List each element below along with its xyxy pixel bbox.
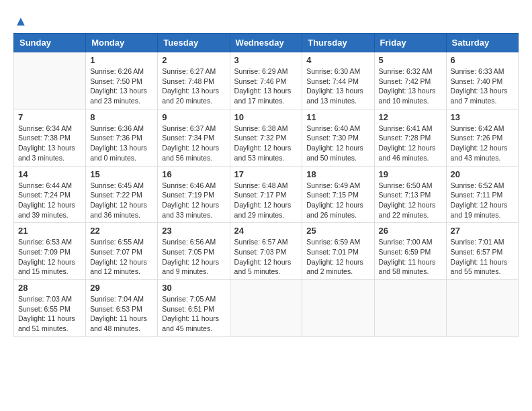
- calendar-cell: 27Sunrise: 7:01 AM Sunset: 6:57 PM Dayli…: [446, 223, 518, 280]
- day-number: 18: [306, 169, 369, 179]
- day-number: 8: [90, 112, 153, 122]
- day-info: Sunrise: 6:53 AM Sunset: 7:09 PM Dayligh…: [18, 237, 81, 277]
- day-info: Sunrise: 6:40 AM Sunset: 7:30 PM Dayligh…: [306, 124, 369, 163]
- day-info: Sunrise: 6:49 AM Sunset: 7:15 PM Dayligh…: [306, 181, 369, 220]
- calendar-week-2: 7Sunrise: 6:34 AM Sunset: 7:38 PM Daylig…: [14, 109, 519, 166]
- day-number: 23: [162, 226, 225, 236]
- day-info: Sunrise: 6:34 AM Sunset: 7:38 PM Dayligh…: [18, 124, 81, 163]
- day-info: Sunrise: 6:37 AM Sunset: 7:34 PM Dayligh…: [162, 124, 225, 163]
- calendar-cell: [230, 280, 302, 337]
- calendar-cell: 11Sunrise: 6:40 AM Sunset: 7:30 PM Dayli…: [302, 109, 374, 166]
- day-number: 2: [162, 55, 225, 65]
- day-number: 13: [451, 112, 514, 122]
- day-info: Sunrise: 6:32 AM Sunset: 7:42 PM Dayligh…: [379, 66, 442, 106]
- day-number: 5: [379, 55, 442, 65]
- day-number: 21: [18, 226, 81, 236]
- day-info: Sunrise: 6:44 AM Sunset: 7:24 PM Dayligh…: [18, 181, 81, 220]
- calendar-cell: 5Sunrise: 6:32 AM Sunset: 7:42 PM Daylig…: [374, 52, 446, 109]
- day-info: Sunrise: 6:42 AM Sunset: 7:26 PM Dayligh…: [451, 124, 514, 163]
- page-header: ▲: [13, 13, 519, 26]
- day-info: Sunrise: 6:48 AM Sunset: 7:17 PM Dayligh…: [234, 181, 298, 220]
- calendar-cell: 30Sunrise: 7:05 AM Sunset: 6:51 PM Dayli…: [158, 280, 230, 337]
- day-number: 7: [18, 112, 81, 122]
- day-number: 10: [234, 112, 298, 122]
- day-info: Sunrise: 6:56 AM Sunset: 7:05 PM Dayligh…: [162, 237, 225, 277]
- day-number: 12: [379, 112, 442, 122]
- day-info: Sunrise: 6:57 AM Sunset: 7:03 PM Dayligh…: [234, 237, 298, 277]
- day-number: 3: [234, 55, 298, 65]
- calendar-cell: 12Sunrise: 6:41 AM Sunset: 7:28 PM Dayli…: [374, 109, 446, 166]
- day-number: 29: [90, 283, 153, 293]
- day-info: Sunrise: 6:52 AM Sunset: 7:11 PM Dayligh…: [451, 181, 514, 220]
- calendar-cell: [302, 280, 374, 337]
- calendar-cell: [374, 280, 446, 337]
- calendar-table: SundayMondayTuesdayWednesdayThursdayFrid…: [13, 33, 519, 337]
- day-info: Sunrise: 6:45 AM Sunset: 7:22 PM Dayligh…: [90, 181, 153, 220]
- day-number: 11: [306, 112, 369, 122]
- day-info: Sunrise: 7:01 AM Sunset: 6:57 PM Dayligh…: [451, 237, 514, 277]
- day-number: 16: [162, 169, 225, 179]
- calendar-cell: [14, 52, 86, 109]
- day-info: Sunrise: 6:38 AM Sunset: 7:32 PM Dayligh…: [234, 124, 298, 163]
- day-number: 28: [18, 283, 81, 293]
- calendar-cell: 29Sunrise: 7:04 AM Sunset: 6:53 PM Dayli…: [86, 280, 158, 337]
- calendar-cell: 4Sunrise: 6:30 AM Sunset: 7:44 PM Daylig…: [302, 52, 374, 109]
- day-number: 22: [90, 226, 153, 236]
- calendar-cell: 24Sunrise: 6:57 AM Sunset: 7:03 PM Dayli…: [230, 223, 302, 280]
- day-info: Sunrise: 7:03 AM Sunset: 6:55 PM Dayligh…: [18, 294, 81, 334]
- day-info: Sunrise: 6:26 AM Sunset: 7:50 PM Dayligh…: [90, 66, 153, 106]
- day-number: 25: [306, 226, 369, 236]
- calendar-cell: 8Sunrise: 6:36 AM Sunset: 7:36 PM Daylig…: [86, 109, 158, 166]
- logo: ▲: [13, 13, 28, 26]
- calendar-cell: 1Sunrise: 6:26 AM Sunset: 7:50 PM Daylig…: [86, 52, 158, 109]
- day-number: 9: [162, 112, 225, 122]
- header-sunday: Sunday: [14, 34, 86, 52]
- day-number: 17: [234, 169, 298, 179]
- day-number: 6: [451, 55, 514, 65]
- header-thursday: Thursday: [302, 34, 374, 52]
- day-info: Sunrise: 6:50 AM Sunset: 7:13 PM Dayligh…: [379, 181, 442, 220]
- day-number: 15: [90, 169, 153, 179]
- calendar-cell: 18Sunrise: 6:49 AM Sunset: 7:15 PM Dayli…: [302, 166, 374, 223]
- header-saturday: Saturday: [446, 34, 518, 52]
- calendar-cell: 23Sunrise: 6:56 AM Sunset: 7:05 PM Dayli…: [158, 223, 230, 280]
- day-number: 24: [234, 226, 298, 236]
- day-number: 19: [379, 169, 442, 179]
- calendar-cell: 10Sunrise: 6:38 AM Sunset: 7:32 PM Dayli…: [230, 109, 302, 166]
- day-info: Sunrise: 7:00 AM Sunset: 6:59 PM Dayligh…: [379, 237, 442, 277]
- calendar-cell: 21Sunrise: 6:53 AM Sunset: 7:09 PM Dayli…: [14, 223, 86, 280]
- day-number: 27: [451, 226, 514, 236]
- day-number: 30: [162, 283, 225, 293]
- calendar-header-row: SundayMondayTuesdayWednesdayThursdayFrid…: [14, 34, 519, 52]
- calendar-cell: 22Sunrise: 6:55 AM Sunset: 7:07 PM Dayli…: [86, 223, 158, 280]
- day-info: Sunrise: 6:29 AM Sunset: 7:46 PM Dayligh…: [234, 66, 298, 106]
- header-monday: Monday: [86, 34, 158, 52]
- calendar-cell: 14Sunrise: 6:44 AM Sunset: 7:24 PM Dayli…: [14, 166, 86, 223]
- header-tuesday: Tuesday: [158, 34, 230, 52]
- calendar-cell: 13Sunrise: 6:42 AM Sunset: 7:26 PM Dayli…: [446, 109, 518, 166]
- day-info: Sunrise: 6:27 AM Sunset: 7:48 PM Dayligh…: [162, 66, 225, 106]
- day-info: Sunrise: 6:33 AM Sunset: 7:40 PM Dayligh…: [451, 66, 514, 106]
- calendar-week-5: 28Sunrise: 7:03 AM Sunset: 6:55 PM Dayli…: [14, 280, 519, 337]
- day-number: 20: [451, 169, 514, 179]
- calendar-cell: 9Sunrise: 6:37 AM Sunset: 7:34 PM Daylig…: [158, 109, 230, 166]
- calendar-cell: 19Sunrise: 6:50 AM Sunset: 7:13 PM Dayli…: [374, 166, 446, 223]
- calendar-week-4: 21Sunrise: 6:53 AM Sunset: 7:09 PM Dayli…: [14, 223, 519, 280]
- calendar-cell: 16Sunrise: 6:46 AM Sunset: 7:19 PM Dayli…: [158, 166, 230, 223]
- day-info: Sunrise: 6:55 AM Sunset: 7:07 PM Dayligh…: [90, 237, 153, 277]
- day-number: 4: [306, 55, 369, 65]
- calendar-cell: 28Sunrise: 7:03 AM Sunset: 6:55 PM Dayli…: [14, 280, 86, 337]
- day-number: 14: [18, 169, 81, 179]
- calendar-cell: [446, 280, 518, 337]
- logo-bird-icon: ▲: [14, 13, 28, 29]
- calendar-cell: 26Sunrise: 7:00 AM Sunset: 6:59 PM Dayli…: [374, 223, 446, 280]
- day-info: Sunrise: 6:41 AM Sunset: 7:28 PM Dayligh…: [379, 124, 442, 163]
- day-info: Sunrise: 6:59 AM Sunset: 7:01 PM Dayligh…: [306, 237, 369, 277]
- calendar-cell: 3Sunrise: 6:29 AM Sunset: 7:46 PM Daylig…: [230, 52, 302, 109]
- day-info: Sunrise: 6:30 AM Sunset: 7:44 PM Dayligh…: [306, 66, 369, 106]
- calendar-week-3: 14Sunrise: 6:44 AM Sunset: 7:24 PM Dayli…: [14, 166, 519, 223]
- calendar-cell: 20Sunrise: 6:52 AM Sunset: 7:11 PM Dayli…: [446, 166, 518, 223]
- day-info: Sunrise: 7:04 AM Sunset: 6:53 PM Dayligh…: [90, 294, 153, 334]
- header-friday: Friday: [374, 34, 446, 52]
- calendar-week-1: 1Sunrise: 6:26 AM Sunset: 7:50 PM Daylig…: [14, 52, 519, 109]
